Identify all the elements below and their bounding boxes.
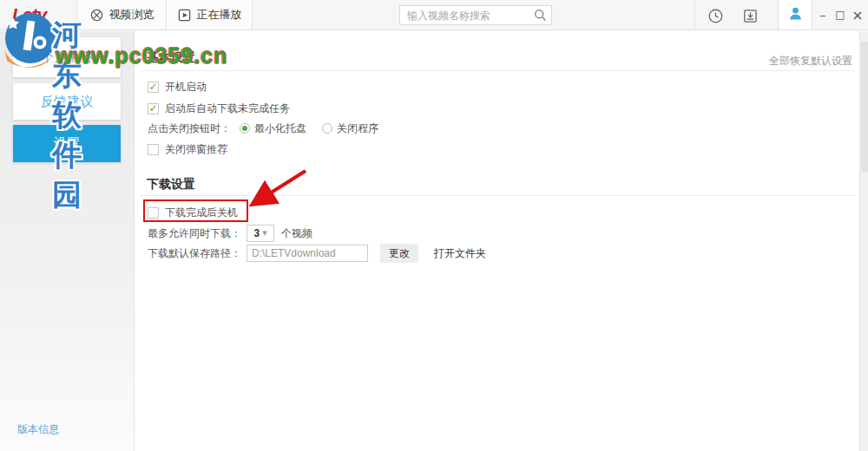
- download-path-input[interactable]: [247, 245, 368, 262]
- version-info-link[interactable]: 版本信息: [17, 422, 59, 437]
- tab-video-browse[interactable]: 视频浏览: [77, 0, 166, 29]
- sidebar-item-label: 设置: [54, 135, 80, 152]
- play-icon: [177, 8, 192, 23]
- settings-panel: 基本设置 全部恢复默认设置 ✓ 开机启动 ✓ 启动后自动下载未完成任务 点击关闭…: [135, 31, 859, 451]
- letv-app-window: Letv 视频浏览 正在播放: [0, 0, 868, 451]
- sidebar-item-label: 反馈建议: [41, 94, 93, 110]
- popup-checkbox[interactable]: [148, 144, 159, 155]
- window-controls: – □ ×: [814, 0, 866, 29]
- minimize-tray-label: 最小化托盘: [254, 121, 306, 136]
- scrollbar-track[interactable]: [859, 31, 868, 451]
- shutdown-after-download-checkbox[interactable]: [148, 207, 159, 219]
- download-settings-title: 下载设置: [147, 177, 195, 193]
- letv-logo: Letv: [12, 4, 46, 25]
- autostart-label: 开机启动: [165, 80, 207, 95]
- restore-defaults-link[interactable]: 全部恢复默认设置: [769, 54, 852, 69]
- sidebar-item-feedback[interactable]: 反馈建议: [13, 83, 121, 120]
- scrollbar-thumb[interactable]: [861, 42, 868, 172]
- basic-settings-title: 基本设置: [147, 50, 195, 66]
- search-box: [399, 5, 552, 25]
- download-path-row: 下载默认保存路径： 更改 打开文件夹: [148, 245, 486, 262]
- user-account-button[interactable]: [778, 0, 812, 29]
- shutdown-after-download-label: 下载完成后关机: [165, 206, 238, 220]
- concurrent-downloads-row: 最多允许同时下载： 3 ▼ 个视频: [148, 225, 312, 242]
- search-input[interactable]: [399, 5, 552, 25]
- download-path-label: 下载默认保存路径：: [148, 246, 241, 261]
- minimize-button[interactable]: –: [814, 0, 832, 29]
- sidebar: 个人中心 反馈建议 设置 版本信息: [0, 31, 135, 451]
- minimize-tray-radio[interactable]: [240, 123, 250, 134]
- maximize-button[interactable]: □: [832, 0, 849, 29]
- selected-value: 3: [253, 227, 260, 239]
- concurrent-downloads-suffix: 个视频: [281, 226, 312, 241]
- change-path-button[interactable]: 更改: [380, 244, 418, 263]
- autostart-row: ✓ 开机启动: [148, 78, 207, 95]
- tab-now-playing[interactable]: 正在播放: [167, 0, 252, 29]
- close-button[interactable]: ×: [849, 0, 866, 29]
- tab-label: 正在播放: [197, 7, 242, 23]
- resume-download-label: 启动后自动下载未完成任务: [165, 101, 290, 116]
- divider: [140, 70, 855, 71]
- close-action-row: 点击关闭按钮时： 最小化托盘 关闭程序: [148, 120, 378, 137]
- concurrent-downloads-select[interactable]: 3 ▼: [247, 225, 274, 242]
- resume-download-row: ✓ 启动后自动下载未完成任务: [148, 100, 290, 117]
- shutdown-after-download-row: 下载完成后关机: [148, 204, 238, 221]
- popup-row: 关闭弹窗推荐: [148, 141, 227, 158]
- resume-download-checkbox[interactable]: ✓: [148, 103, 159, 114]
- check-icon: ✓: [148, 104, 157, 113]
- check-icon: ✓: [148, 82, 157, 91]
- sidebar-item-settings[interactable]: 设置: [13, 125, 121, 162]
- search-icon[interactable]: [533, 8, 548, 26]
- download-manager-icon[interactable]: [740, 6, 760, 25]
- topbar: Letv 视频浏览 正在播放: [0, 0, 868, 30]
- concurrent-downloads-label: 最多允许同时下载：: [148, 226, 241, 241]
- sidebar-item-label: 个人中心: [41, 49, 93, 66]
- close-action-label: 点击关闭按钮时：: [148, 121, 231, 136]
- open-folder-link[interactable]: 打开文件夹: [434, 246, 486, 261]
- chevron-down-icon: ▼: [262, 230, 266, 237]
- divider: [694, 0, 695, 29]
- exit-program-label: 关闭程序: [337, 121, 378, 136]
- history-clock-icon[interactable]: [706, 6, 725, 25]
- divider: [252, 0, 253, 29]
- popup-label: 关闭弹窗推荐: [165, 142, 227, 157]
- exit-program-radio[interactable]: [322, 123, 332, 134]
- autostart-checkbox[interactable]: ✓: [148, 82, 159, 93]
- browse-wheel-icon: [89, 8, 104, 23]
- tab-label: 视频浏览: [109, 7, 155, 23]
- user-icon: [787, 5, 804, 25]
- divider: [140, 195, 855, 196]
- sidebar-item-personal-center[interactable]: 个人中心: [13, 37, 121, 77]
